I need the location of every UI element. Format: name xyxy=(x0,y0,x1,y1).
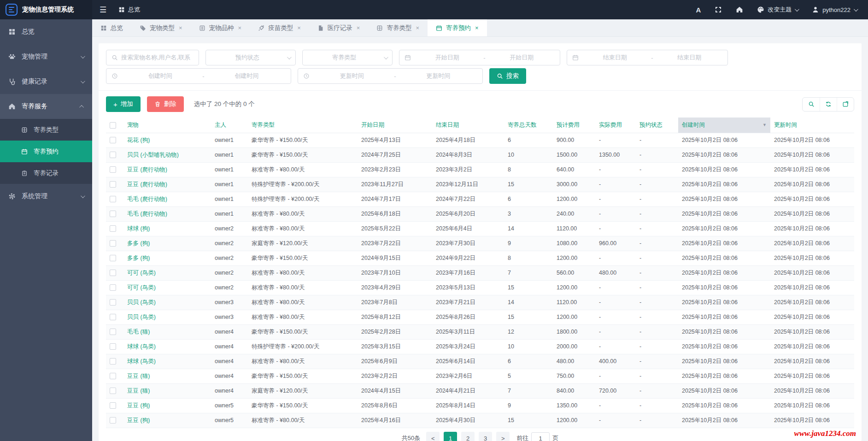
pagination-page-2[interactable]: 2 xyxy=(461,432,475,441)
pet-link[interactable]: 豆豆 (猫) xyxy=(127,388,150,394)
pet-link[interactable]: 豆豆 (狗) xyxy=(127,402,150,409)
pagination-next-button[interactable]: > xyxy=(496,432,510,441)
row-checkbox[interactable] xyxy=(110,240,116,247)
row-checkbox[interactable] xyxy=(110,299,116,306)
table-row[interactable]: 球球 (鸟类)owner4特殊护理寄养 - ¥200.00/天2025年3月15… xyxy=(106,339,854,354)
pet-link[interactable]: 豆豆 (爬行动物) xyxy=(127,166,167,173)
column-header-created[interactable]: ▼创建时间 xyxy=(678,118,770,133)
row-checkbox[interactable] xyxy=(110,181,116,188)
column-header-boarding-type[interactable]: 寄养类型 xyxy=(248,118,358,133)
column-header-owner[interactable]: 主人 xyxy=(211,118,248,133)
pet-link[interactable]: 毛毛 (爬行动物) xyxy=(127,196,167,202)
table-row[interactable]: 多多 (狗)owner2豪华寄养 - ¥150.00/天2024年9月15日20… xyxy=(106,251,854,265)
column-header-start-date[interactable]: 开始日期 xyxy=(358,118,432,133)
table-row[interactable]: 豆豆 (猫)owner4家庭寄养 - ¥120.00/天2024年4月15日20… xyxy=(106,383,854,398)
row-checkbox[interactable] xyxy=(110,137,116,143)
table-fullscreen-button[interactable] xyxy=(837,98,854,111)
home-button[interactable] xyxy=(736,6,743,13)
font-size-button[interactable]: A xyxy=(696,6,701,14)
table-row[interactable]: 花花 (狗)owner1豪华寄养 - ¥150.00/天2025年4月13日20… xyxy=(106,133,854,147)
row-checkbox[interactable] xyxy=(110,358,116,365)
search-input[interactable]: 搜索宠物名称,用户名,联系 xyxy=(106,50,199,65)
row-checkbox[interactable] xyxy=(110,225,116,232)
row-checkbox[interactable] xyxy=(110,255,116,261)
tab-vaccine-type[interactable]: 疫苗类型 × xyxy=(250,19,309,36)
pet-link[interactable]: 可可 (鸟类) xyxy=(127,284,156,291)
pet-link[interactable]: 贝贝 (鸟类) xyxy=(127,299,156,306)
close-icon[interactable]: × xyxy=(297,24,301,31)
pet-link[interactable]: 多多 (狗) xyxy=(127,240,150,247)
pagination-page-3[interactable]: 3 xyxy=(479,432,492,441)
pet-link[interactable]: 花花 (狗) xyxy=(127,137,150,143)
boarding-type-select[interactable]: 寄养类型 xyxy=(302,50,393,65)
tab-overview[interactable]: 总览 xyxy=(92,19,131,36)
pet-link[interactable]: 球球 (鸟类) xyxy=(127,358,156,365)
column-header-actual-fee[interactable]: 实际费用 xyxy=(595,118,636,133)
end-date-range-picker[interactable]: 结束日期 - 结束日期 xyxy=(567,50,728,65)
sidebar-collapse-icon[interactable]: ☰ xyxy=(92,5,114,15)
tab-pet-breed[interactable]: 宠物品种 × xyxy=(191,19,250,36)
start-date-range-picker[interactable]: 开始日期 - 开始日期 xyxy=(399,50,560,65)
pet-link[interactable]: 豆豆 (猫) xyxy=(127,373,150,379)
table-row[interactable]: 豆豆 (爬行动物)owner1特殊护理寄养 - ¥200.00/天2023年11… xyxy=(106,177,854,192)
table-row[interactable]: 豆豆 (爬行动物)owner1标准寄养 - ¥80.00/天2023年2月23日… xyxy=(106,162,854,177)
theme-switcher[interactable]: 改变主题 xyxy=(757,6,798,14)
column-header-end-date[interactable]: 结束日期 xyxy=(432,118,504,133)
row-checkbox[interactable] xyxy=(110,196,116,202)
table-row[interactable]: 贝贝 (鸟类)owner3标准寄养 - ¥80.00/天2025年8月12日20… xyxy=(106,310,854,324)
row-checkbox[interactable] xyxy=(110,270,116,276)
row-checkbox[interactable] xyxy=(110,284,116,291)
breadcrumb[interactable]: 总览 xyxy=(114,6,145,14)
tab-boarding-booking[interactable]: 寄养预约 × xyxy=(428,19,487,36)
pagination-page-1[interactable]: 1 xyxy=(444,432,457,441)
pet-link[interactable]: 贝贝 (鸟类) xyxy=(127,314,156,320)
table-row[interactable]: 贝贝 (鸟类)owner3标准寄养 - ¥80.00/天2023年7月8日202… xyxy=(106,295,854,310)
refresh-button[interactable] xyxy=(820,98,837,111)
pet-link[interactable]: 毛毛 (爬行动物) xyxy=(127,211,167,217)
table-row[interactable]: 可可 (鸟类)owner2标准寄养 - ¥80.00/天2023年7月10日20… xyxy=(106,265,854,280)
table-row[interactable]: 贝贝 (小型哺乳动物)owner1豪华寄养 - ¥150.00/天2024年7月… xyxy=(106,147,854,162)
table-row[interactable]: 多多 (狗)owner2家庭寄养 - ¥120.00/天2023年7月22日20… xyxy=(106,236,854,251)
sidebar-item-boarding-services[interactable]: 寄养服务 xyxy=(0,94,92,119)
create-time-range-picker[interactable]: 创建时间 - 创建时间 xyxy=(106,68,291,84)
sort-caret-icon[interactable]: ▼ xyxy=(762,123,767,127)
sidebar-item-boarding-records[interactable]: 寄养记录 xyxy=(0,162,92,184)
row-checkbox[interactable] xyxy=(110,211,116,217)
table-row[interactable]: 豆豆 (狗)owner5豪华寄养 - ¥150.00/天2025年8月6日202… xyxy=(106,398,854,413)
select-all-checkbox[interactable] xyxy=(110,122,116,129)
pet-link[interactable]: 多多 (狗) xyxy=(127,255,150,261)
sidebar-item-boarding-booking[interactable]: 寄养预约 xyxy=(0,141,92,162)
search-button[interactable]: 搜索 xyxy=(489,68,526,84)
close-icon[interactable]: × xyxy=(416,24,419,31)
sidebar-item-overview[interactable]: 总览 xyxy=(0,19,92,44)
row-checkbox[interactable] xyxy=(110,373,116,379)
sidebar-item-boarding-type[interactable]: 寄养类型 xyxy=(0,119,92,141)
tab-medical-records[interactable]: 医疗记录 × xyxy=(309,19,369,36)
pet-link[interactable]: 毛毛 (猫) xyxy=(127,329,150,335)
row-checkbox[interactable] xyxy=(110,343,116,350)
column-header-pet[interactable]: 宠物 xyxy=(123,118,211,133)
close-icon[interactable]: × xyxy=(179,24,182,31)
table-search-toggle-button[interactable] xyxy=(803,98,820,111)
user-menu[interactable]: python222 xyxy=(812,6,857,13)
pagination-prev-button[interactable]: < xyxy=(426,432,440,441)
table-row[interactable]: 可可 (鸟类)owner2标准寄养 - ¥80.00/天2023年4月29日20… xyxy=(106,280,854,295)
row-checkbox[interactable] xyxy=(110,166,116,173)
pet-link[interactable]: 球球 (狗) xyxy=(127,225,150,232)
pet-link[interactable]: 球球 (鸟类) xyxy=(127,343,156,350)
row-checkbox[interactable] xyxy=(110,329,116,335)
row-checkbox[interactable] xyxy=(110,152,116,158)
column-header-status[interactable]: 预约状态 xyxy=(636,118,678,133)
pet-link[interactable]: 豆豆 (狗) xyxy=(127,417,150,423)
pet-link[interactable]: 贝贝 (小型哺乳动物) xyxy=(127,152,179,158)
row-checkbox[interactable] xyxy=(110,402,116,409)
close-icon[interactable]: × xyxy=(357,24,360,31)
pet-link[interactable]: 可可 (鸟类) xyxy=(127,270,156,276)
row-checkbox[interactable] xyxy=(110,314,116,320)
row-checkbox[interactable] xyxy=(110,388,116,394)
sidebar-item-health-records[interactable]: 健康记录 xyxy=(0,69,92,94)
table-row[interactable]: 豆豆 (狗)owner5标准寄养 - ¥80.00/天2025年4月16日202… xyxy=(106,413,854,428)
row-checkbox[interactable] xyxy=(110,417,116,423)
table-row[interactable]: 毛毛 (爬行动物)owner1特殊护理寄养 - ¥200.00/天2024年7月… xyxy=(106,192,854,206)
goto-page-input[interactable] xyxy=(531,432,550,441)
